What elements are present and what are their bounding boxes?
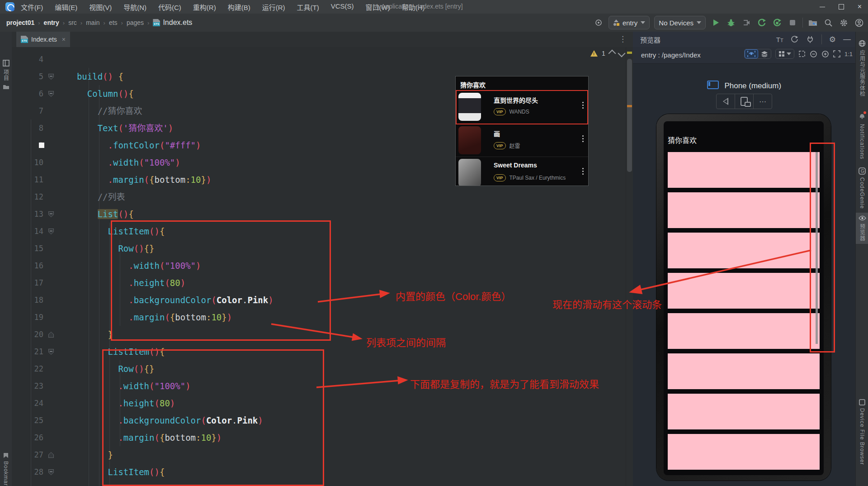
list-item-row[interactable] xyxy=(668,394,820,429)
plug-icon[interactable] xyxy=(806,35,814,43)
list-item-row[interactable] xyxy=(668,434,820,470)
line-number: 18 xyxy=(12,295,43,305)
tool-item-notifications[interactable]: Notifications xyxy=(856,112,868,159)
layout-grid-icon[interactable] xyxy=(776,49,794,58)
inspections-widget[interactable]: ! 1 xyxy=(590,50,624,57)
search-icon[interactable] xyxy=(823,17,834,28)
code-line[interactable]: 4 xyxy=(12,51,626,68)
device-manager-icon[interactable] xyxy=(807,17,818,28)
sidebar-item-bookmarks[interactable]: Bookmarks xyxy=(0,453,12,486)
rotate-left-icon[interactable] xyxy=(717,94,735,109)
fold-collapse-icon[interactable] xyxy=(48,74,54,80)
annotation-list-gap: 列表项之间的间隔 xyxy=(366,334,446,349)
menu-item[interactable]: 工具(T) xyxy=(297,2,319,12)
zoom-ratio-label[interactable]: 1:1 xyxy=(844,51,853,57)
fold-gutter xyxy=(43,309,59,326)
stop-button[interactable] xyxy=(787,17,798,28)
menu-item[interactable]: 构建(B) xyxy=(228,2,250,12)
run-button[interactable] xyxy=(710,17,721,28)
code-line[interactable]: 12 //列表 xyxy=(12,188,626,205)
preview-route: entry : /pages/Index xyxy=(641,51,701,59)
fold-collapse-icon[interactable] xyxy=(48,91,54,97)
fold-end-icon[interactable] xyxy=(48,452,54,458)
hide-panel-icon[interactable]: — xyxy=(843,35,851,44)
rotate-device-icon[interactable] xyxy=(735,94,754,109)
fit-screen-icon[interactable] xyxy=(833,50,840,57)
component-tree-icon[interactable] xyxy=(758,49,771,58)
menu-item[interactable]: 重构(R) xyxy=(193,2,216,12)
fold-collapse-icon[interactable] xyxy=(48,469,54,475)
breadcrumb-item[interactable]: ets xyxy=(109,19,118,26)
editor-scrollbar[interactable] xyxy=(626,47,633,486)
fold-gutter xyxy=(43,154,59,171)
list-item-row[interactable] xyxy=(668,233,820,268)
list-item-row[interactable] xyxy=(668,273,820,309)
tool-item-app-service-check[interactable]: 应用与元服务体检 xyxy=(856,40,868,97)
screen-title: 猜你喜欢 xyxy=(668,134,697,145)
menu-item[interactable]: 导航(N) xyxy=(123,2,146,12)
breadcrumb-file[interactable]: ETS Index.ets xyxy=(153,19,192,27)
more-options-icon[interactable]: ⋯ xyxy=(754,94,772,109)
text-size-icon[interactable]: TT xyxy=(776,36,783,43)
menu-item[interactable]: 编辑(E) xyxy=(55,2,77,12)
rerun-debug-button[interactable] xyxy=(772,17,783,28)
attach-profiler-icon[interactable] xyxy=(741,17,752,28)
vip-badge: VIP xyxy=(494,174,506,181)
menu-item[interactable]: 文件(F) xyxy=(21,2,43,12)
tool-item-previewer[interactable]: 预览器 xyxy=(856,213,868,244)
maximize-icon[interactable] xyxy=(839,4,844,10)
menu-item[interactable]: 视图(V) xyxy=(89,2,112,12)
breadcrumb-item[interactable]: pages xyxy=(127,19,144,26)
profile-icon[interactable] xyxy=(854,17,864,28)
sidebar-item-project[interactable]: 项目 xyxy=(0,60,12,90)
locate-target-icon[interactable] xyxy=(593,17,604,28)
next-issue-icon[interactable] xyxy=(618,50,625,57)
list-item-row[interactable] xyxy=(668,313,820,349)
previewer-settings-gear-icon[interactable]: ⚙ xyxy=(829,35,836,44)
warning-tick xyxy=(627,52,632,54)
right-tool-strip: 应用与元服务体检 Notifications G CodeGenie 预览器 D… xyxy=(855,32,868,486)
zoom-out-icon[interactable] xyxy=(810,50,817,58)
tab-close-icon[interactable]: × xyxy=(62,36,66,43)
minimize-icon[interactable] xyxy=(820,7,825,7)
preview-mode-icon[interactable] xyxy=(745,49,758,58)
chevron-down-icon xyxy=(641,21,645,24)
breadcrumb-item[interactable]: project01 xyxy=(6,19,34,26)
line-number: 20 xyxy=(12,330,43,339)
device-select[interactable]: No Devices xyxy=(654,16,706,29)
line-number: 21 xyxy=(12,347,43,356)
fold-collapse-icon[interactable] xyxy=(48,349,54,355)
menu-item[interactable]: 运行(R) xyxy=(262,2,285,12)
tab-index-ets[interactable]: ETS Index.ets × xyxy=(16,32,70,47)
album-art xyxy=(458,126,481,154)
prev-issue-icon[interactable] xyxy=(608,50,616,57)
list-item-row[interactable] xyxy=(668,152,820,188)
eye-icon xyxy=(859,215,866,221)
module-select[interactable]: entry xyxy=(609,16,650,29)
list-item-row[interactable] xyxy=(668,192,820,228)
rerun-button[interactable] xyxy=(756,17,767,28)
tab-list-more-icon[interactable]: ⋮ xyxy=(619,34,627,44)
debug-button[interactable] xyxy=(726,17,736,28)
frame-select-icon[interactable] xyxy=(798,50,806,57)
fold-gutter xyxy=(43,119,59,137)
list-item-row[interactable] xyxy=(668,353,820,389)
menu-item[interactable]: VCS(S) xyxy=(331,2,354,12)
menu-item[interactable]: 代码(C) xyxy=(158,2,181,12)
refresh-icon[interactable] xyxy=(791,35,799,43)
fold-end-icon[interactable] xyxy=(48,332,54,338)
fold-collapse-icon[interactable] xyxy=(48,211,54,217)
close-icon[interactable]: × xyxy=(858,3,862,10)
more-options-icon[interactable] xyxy=(582,168,584,175)
tool-item-codegenie[interactable]: G CodeGenie xyxy=(856,167,868,209)
scrollbar-thumb[interactable] xyxy=(627,59,632,172)
code-text: .margin({bottom:10}) xyxy=(59,171,211,188)
breadcrumb-item[interactable]: entry xyxy=(44,19,59,26)
breadcrumb-item[interactable]: main xyxy=(86,19,99,26)
settings-gear-icon[interactable] xyxy=(838,17,849,28)
zoom-in-icon[interactable] xyxy=(821,50,829,58)
fold-collapse-icon[interactable] xyxy=(48,229,54,234)
more-options-icon[interactable] xyxy=(582,135,584,142)
breadcrumb-item[interactable]: src xyxy=(68,19,77,26)
tool-item-device-file-browser[interactable]: Device File Browser xyxy=(856,399,868,465)
